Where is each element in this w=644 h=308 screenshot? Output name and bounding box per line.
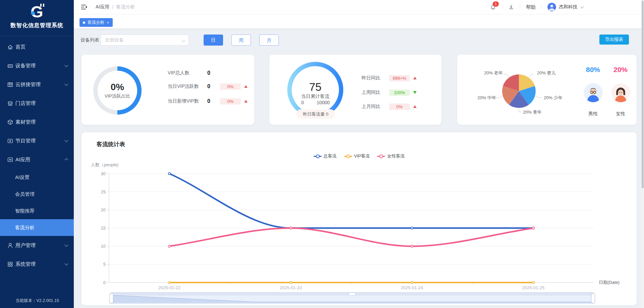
chart-legend: 总客流VIP客流女性客流 xyxy=(82,153,637,159)
stat-row-badge: 999+% xyxy=(389,75,410,81)
legend-总客流[interactable]: 总客流 xyxy=(314,153,337,159)
traffic-stats-card: 75 当日累计客流 0 10000 昨日客流量 0 昨日同比999+%上周同比1… xyxy=(269,55,441,125)
menu-fold-icon[interactable] xyxy=(81,5,87,9)
svg-text:5: 5 xyxy=(103,262,106,267)
tab-close-icon[interactable]: × xyxy=(107,20,109,25)
material-icon xyxy=(7,119,13,125)
svg-text:2025-01-22: 2025-01-22 xyxy=(158,285,181,290)
sidebar-item-8[interactable]: 系统管理 xyxy=(0,255,74,273)
legend-marker-icon xyxy=(377,156,385,157)
sidebar-item-label: 节目管理 xyxy=(15,138,36,144)
legend-marker-icon xyxy=(314,156,322,157)
sidebar-item-label: 设备管理 xyxy=(15,63,36,69)
company-name: 杰和科技 xyxy=(559,4,578,10)
sidebar-subitem-会员管理[interactable]: 会员管理 xyxy=(0,186,74,202)
stat-row-label: 上周同比 xyxy=(362,89,389,96)
logo-tick xyxy=(40,4,42,7)
svg-text:10: 10 xyxy=(101,244,106,249)
legend-VIP客流[interactable]: VIP客流 xyxy=(344,153,370,159)
female-avatar-icon xyxy=(611,83,630,102)
sidebar-item-1[interactable]: 设备管理 xyxy=(0,56,74,75)
legend-label: 总客流 xyxy=(324,153,337,159)
sidebar-item-label: AI应用 xyxy=(15,157,30,163)
sidebar-item-6[interactable]: AIAI应用 xyxy=(0,150,74,169)
breadcrumb: AI应用 / 客流分析 xyxy=(96,4,135,10)
y-axis-label: 人数（people) xyxy=(91,162,118,168)
download-icon[interactable] xyxy=(508,4,514,10)
chevron-down-icon xyxy=(64,243,68,247)
sidebar-subitem-智能推荐[interactable]: 智能推荐 xyxy=(0,202,74,219)
vip-donut-value: 0% xyxy=(111,82,124,93)
traffic-gauge-value: 75 xyxy=(293,81,337,94)
datazoom-left-handle[interactable] xyxy=(109,293,113,303)
vip-donut-label: VIP活跃占比 xyxy=(105,93,130,99)
breadcrumb-parent[interactable]: AI应用 xyxy=(96,4,109,10)
tab-passenger-analysis[interactable]: 客流分析 × xyxy=(79,18,113,27)
sidebar-item-7[interactable]: 用户管理 xyxy=(0,236,74,255)
sidebar-subitem-客流分析[interactable]: 客流分析 xyxy=(0,219,74,236)
breadcrumb-current: 客流分析 xyxy=(116,4,135,10)
user-avatar-icon xyxy=(547,3,556,11)
demographics-card: 20% 婴儿20% 少年20% 青年20% 中年20% 老年 80% 20% 男… xyxy=(457,55,637,125)
chevron-up-icon xyxy=(64,158,68,162)
legend-女性客流[interactable]: 女性客流 xyxy=(377,153,405,159)
stat-row-昨日同比: 昨日同比999+% xyxy=(362,74,417,82)
sidebar-item-label: 用户管理 xyxy=(15,242,36,249)
export-report-button[interactable]: 导出报表 xyxy=(599,35,629,45)
page-scrollbar-track[interactable] xyxy=(641,0,644,308)
help-link[interactable]: 帮助 xyxy=(526,4,536,10)
svg-text:20: 20 xyxy=(101,207,106,212)
page-scrollbar-thumb[interactable] xyxy=(642,1,644,188)
datazoom-grip[interactable] xyxy=(349,293,356,296)
stat-row-label: VIP总人数 xyxy=(168,70,207,76)
period-button-周[interactable]: 周 xyxy=(231,35,251,46)
svg-text:2025-01-24: 2025-01-24 xyxy=(401,285,423,290)
splice-icon xyxy=(7,82,13,87)
sidebar-item-5[interactable]: 节目管理 xyxy=(0,131,74,150)
svg-text:日期(Date): 日期(Date) xyxy=(599,280,620,285)
user-icon xyxy=(7,243,13,248)
period-button-日[interactable]: 日 xyxy=(204,35,223,46)
sidebar-item-3[interactable]: 门店管理 xyxy=(0,94,74,113)
sidebar-item-0[interactable]: 首页 xyxy=(0,38,74,56)
header-actions: 5 帮助 杰和科技 xyxy=(490,3,583,11)
tab-strip: 客流分析 × xyxy=(74,14,644,29)
chevron-down-icon xyxy=(64,63,68,67)
stat-row-label: 当日新增VIP数 xyxy=(168,98,207,104)
version-label: 当前版本：V2.2.001.15 xyxy=(15,298,59,304)
trend-up-icon xyxy=(244,100,248,103)
trend-up-icon xyxy=(413,105,417,108)
sidebar: G 数智化信息管理系统 首页设备管理云拼接管理门店管理素材管理节目管理AIAI应… xyxy=(0,0,74,308)
stat-row-badge: 0% xyxy=(220,83,241,90)
logo-icon: G xyxy=(27,3,47,21)
svg-text:2025-01-25: 2025-01-25 xyxy=(522,285,545,290)
stat-row-当日新增VIP数: 当日新增VIP数00% xyxy=(168,97,248,105)
line-chart: 0510152025302025-01-222025-01-232025-01-… xyxy=(82,169,637,292)
gauge-max: 10000 xyxy=(317,100,330,105)
user-menu[interactable]: 杰和科技 xyxy=(547,3,583,11)
period-button-月[interactable]: 月 xyxy=(259,35,279,46)
trend-up-icon xyxy=(244,85,248,88)
stat-row-label: 当日VIP活跃数 xyxy=(168,83,207,89)
male-percentage: 80% xyxy=(581,66,605,74)
pie-label-中年: 20% 中年 xyxy=(474,95,496,101)
sidebar-subitem-AI设置[interactable]: AI设置 xyxy=(0,169,74,186)
vip-donut-chart: 0% VIP活跃占比 xyxy=(93,66,142,115)
chevron-down-icon xyxy=(64,82,68,86)
svg-text:25: 25 xyxy=(101,189,106,194)
datazoom-slider[interactable] xyxy=(111,292,594,304)
stat-row-上周同比: 上周同比100% xyxy=(362,88,417,97)
ai-icon: AI xyxy=(7,157,13,163)
divider xyxy=(541,4,542,10)
header: AI应用 / 客流分析 5 帮助 xyxy=(74,0,644,14)
device-select[interactable]: 全部设备 xyxy=(101,35,189,46)
sidebar-item-2[interactable]: 云拼接管理 xyxy=(0,75,74,94)
female-percentage: 20% xyxy=(609,66,632,74)
stat-row-label: 昨日同比 xyxy=(362,75,389,81)
traffic-statistics-card: 客流统计表 总客流VIP客流女性客流 人数（people) 0510152025… xyxy=(82,132,637,305)
datazoom-right-handle[interactable] xyxy=(591,293,595,303)
divider xyxy=(520,4,520,10)
notification-bell-icon[interactable]: 5 xyxy=(490,3,496,11)
male-avatar-icon xyxy=(584,83,603,102)
sidebar-item-4[interactable]: 素材管理 xyxy=(0,113,74,131)
